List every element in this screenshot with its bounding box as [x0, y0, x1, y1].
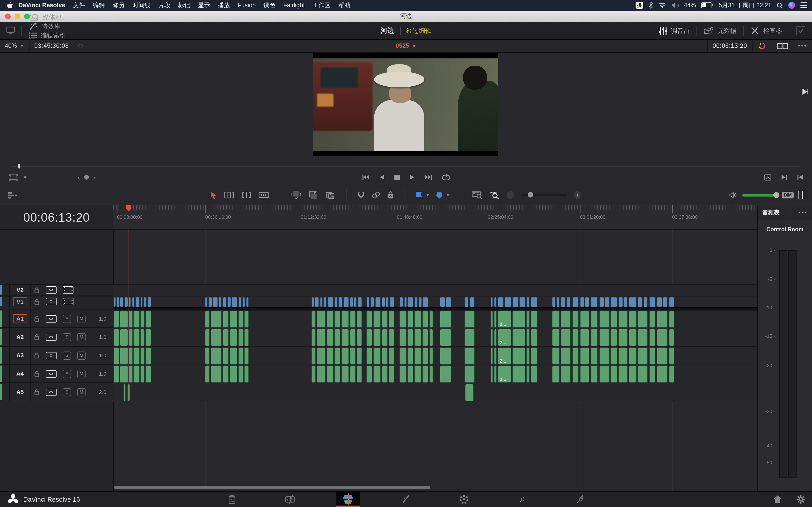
timeline-horizontal-scrollbar[interactable]	[113, 486, 758, 489]
audio-clip[interactable]	[223, 329, 229, 346]
auto-select-icon[interactable]: <>	[46, 286, 57, 294]
bluetooth-icon[interactable]	[649, 2, 653, 9]
video-clip[interactable]	[599, 297, 604, 307]
audio-clip[interactable]	[414, 329, 421, 346]
track-header-a5[interactable]: A5<>SM2.0	[0, 383, 113, 401]
audio-clip[interactable]	[400, 347, 406, 364]
track-name-a3[interactable]: A3	[13, 351, 27, 360]
video-clip[interactable]	[205, 297, 208, 307]
video-clip[interactable]	[657, 297, 662, 307]
video-clip[interactable]	[213, 297, 218, 307]
audio-clip[interactable]	[389, 365, 394, 383]
timeline-track-area[interactable]: 2...2...2...2...	[113, 229, 758, 491]
audio-clip[interactable]	[407, 365, 413, 383]
video-clip[interactable]	[418, 297, 422, 307]
audio-clip[interactable]	[334, 311, 340, 328]
video-clip[interactable]	[120, 297, 123, 307]
video-clip[interactable]	[610, 297, 617, 307]
menu-file[interactable]: 文件	[73, 2, 85, 8]
auto-select-icon[interactable]: <>	[46, 298, 57, 305]
audio-clip[interactable]	[211, 347, 221, 364]
audio-clip[interactable]	[414, 311, 421, 328]
audio-clip[interactable]	[400, 329, 406, 346]
track-header-v1[interactable]: V1<>	[0, 296, 113, 307]
audio-clip[interactable]	[669, 365, 674, 383]
audio-clip[interactable]	[223, 311, 229, 328]
loop-button[interactable]	[442, 174, 450, 181]
audio-clip[interactable]	[464, 311, 475, 328]
go-to-start-button[interactable]	[362, 174, 369, 180]
audio-clip[interactable]	[610, 311, 617, 328]
jump-to-last-frame-icon[interactable]	[801, 89, 808, 95]
track-lock-icon[interactable]	[34, 298, 40, 305]
audio-clip[interactable]	[552, 365, 560, 383]
audio-clip[interactable]	[373, 347, 381, 364]
audio-clip[interactable]	[129, 329, 133, 346]
audio-clip[interactable]	[580, 347, 590, 364]
audio-clip[interactable]	[638, 329, 648, 346]
video-clip[interactable]	[232, 297, 238, 307]
audio-clip[interactable]	[230, 311, 238, 328]
track-volume-value[interactable]: 2.0	[99, 389, 110, 395]
video-clip[interactable]	[143, 297, 146, 307]
video-clip[interactable]	[572, 297, 579, 307]
audio-clip[interactable]	[223, 347, 229, 364]
audio-clip[interactable]	[591, 311, 598, 328]
track-volume-value[interactable]: 1.0	[99, 371, 110, 377]
audio-clip[interactable]	[140, 365, 145, 383]
menu-trim[interactable]: 修剪	[113, 2, 125, 8]
video-clip[interactable]	[531, 297, 538, 307]
video-clip[interactable]	[407, 297, 413, 307]
audio-clip[interactable]	[494, 311, 497, 328]
video-clip[interactable]	[223, 297, 227, 307]
menu-mark[interactable]: 标记	[178, 2, 190, 8]
audio-clip[interactable]	[407, 311, 413, 328]
audio-clip[interactable]	[513, 347, 525, 364]
audio-clip[interactable]	[414, 365, 421, 383]
video-clip[interactable]	[343, 297, 349, 307]
mixer-meter-toggle-icon[interactable]	[799, 191, 805, 200]
menu-timeline[interactable]: 时间线	[133, 2, 151, 8]
audio-clip[interactable]	[552, 347, 560, 364]
menu-fairlight[interactable]: Fairlight	[283, 2, 305, 8]
playhead-handle[interactable]	[126, 205, 131, 212]
audio-clip[interactable]	[526, 311, 530, 328]
track-lane-a3[interactable]: 2...	[113, 346, 758, 365]
page-fairlight-button[interactable]: ♫	[510, 492, 534, 507]
workspace-overlay-button[interactable]	[0, 22, 21, 39]
insert-clip-button[interactable]	[291, 191, 302, 200]
video-clip[interactable]	[315, 297, 319, 307]
video-clip[interactable]	[566, 297, 571, 307]
menu-playback[interactable]: 播放	[218, 2, 230, 8]
audio-clip[interactable]	[134, 329, 140, 346]
audio-clip[interactable]	[599, 329, 609, 346]
timeline-volume-slider[interactable]	[742, 194, 777, 196]
track-lane-a2[interactable]: 2...	[113, 328, 758, 347]
solo-button[interactable]: S	[63, 333, 71, 341]
audio-clip[interactable]	[350, 347, 356, 364]
audio-clip[interactable]	[317, 365, 325, 383]
audio-clip[interactable]	[494, 365, 497, 383]
video-clip[interactable]	[239, 297, 242, 307]
audio-clip[interactable]	[657, 329, 667, 346]
audio-clip[interactable]	[591, 365, 598, 383]
audio-clip[interactable]	[373, 365, 381, 383]
audio-clip[interactable]	[389, 347, 394, 364]
audio-clip[interactable]	[561, 365, 571, 383]
audio-clip[interactable]	[561, 347, 571, 364]
audio-clip[interactable]	[311, 365, 316, 383]
inspector-button[interactable]: 检查器	[744, 22, 789, 39]
page-media-button[interactable]	[220, 492, 244, 507]
page-color-button[interactable]	[452, 492, 475, 507]
scrub-playhead-handle[interactable]	[18, 164, 20, 169]
audio-clip[interactable]	[429, 347, 433, 364]
audio-clip[interactable]	[513, 365, 525, 383]
audio-clip[interactable]	[382, 329, 388, 346]
track-volume-value[interactable]: 1.0	[99, 352, 110, 358]
track-name-a4[interactable]: A4	[13, 370, 27, 378]
video-clip[interactable]	[669, 297, 674, 307]
audio-clip[interactable]	[599, 311, 609, 328]
track-name-a2[interactable]: A2	[13, 333, 27, 341]
audio-clip[interactable]	[317, 329, 325, 346]
menu-color[interactable]: 调色	[263, 2, 275, 8]
